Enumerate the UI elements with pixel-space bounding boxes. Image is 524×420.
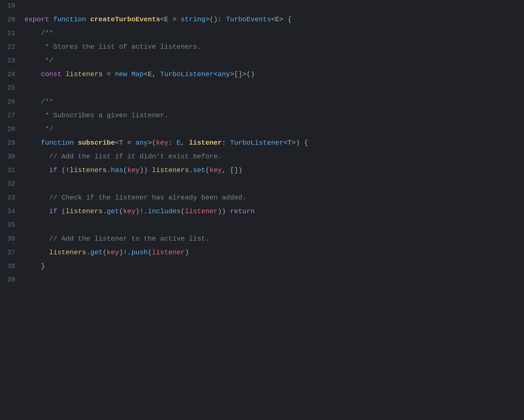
code-line-32: 32 <box>0 178 524 192</box>
line-number: 31 <box>0 165 22 176</box>
line-number: 24 <box>0 69 22 80</box>
line-number: 20 <box>0 14 22 25</box>
line-content: // Check if the listener has already bee… <box>22 192 524 203</box>
line-content: function subscribe<T = any>(key: E, list… <box>22 138 524 149</box>
line-content: // Add the listener to the active list. <box>22 233 524 245</box>
line-number: 30 <box>0 152 22 162</box>
code-line-26: 26 /** <box>0 96 524 110</box>
line-content: // Add the list if it didn't exist befor… <box>22 151 524 162</box>
code-line-38: 38 } <box>0 260 524 274</box>
line-content: if (!listeners.has(key)) listeners.set(k… <box>22 165 524 176</box>
line-number: 32 <box>0 179 22 189</box>
line-number: 34 <box>0 206 22 217</box>
code-line-23: 23 */ <box>0 55 524 69</box>
line-number: 21 <box>0 28 22 39</box>
line-number: 36 <box>0 234 22 244</box>
line-number: 39 <box>0 275 22 285</box>
line-number: 33 <box>0 193 22 203</box>
code-line-36: 36 // Add the listener to the active lis… <box>0 233 524 247</box>
line-content: /** <box>22 28 524 39</box>
line-number: 26 <box>0 97 22 107</box>
code-editor: 19 20 export function createTurboEvents<… <box>0 0 524 420</box>
line-number: 37 <box>0 247 22 258</box>
code-line-24: 24 const listeners = new Map<E, TurboLis… <box>0 69 524 82</box>
line-content: listeners.get(key)!.push(listener) <box>22 247 524 258</box>
line-number: 25 <box>0 83 22 93</box>
line-content: * Subscribes a given listener. <box>22 110 524 121</box>
line-number: 22 <box>0 42 22 52</box>
code-line-37: 37 listeners.get(key)!.push(listener) <box>0 247 524 260</box>
code-line-31: 31 if (!listeners.has(key)) listeners.se… <box>0 164 524 178</box>
line-number: 23 <box>0 56 22 66</box>
line-number: 35 <box>0 220 22 230</box>
code-line-25: 25 <box>0 82 524 96</box>
line-content: */ <box>22 124 524 135</box>
code-line-22: 22 * Stores the list of active listeners… <box>0 41 524 55</box>
code-line-30: 30 // Add the list if it didn't exist be… <box>0 151 524 164</box>
code-line-21: 21 /** <box>0 27 524 41</box>
line-content: } <box>22 261 524 272</box>
line-content: /** <box>22 96 524 107</box>
line-number: 27 <box>0 110 22 121</box>
line-content: */ <box>22 55 524 66</box>
line-content: if (listeners.get(key)!.includes(listene… <box>22 206 524 217</box>
line-number: 19 <box>0 0 22 11</box>
code-line-35: 35 <box>0 219 524 233</box>
line-number: 38 <box>0 261 22 272</box>
code-line-34: 34 if (listeners.get(key)!.includes(list… <box>0 206 524 219</box>
line-content: * Stores the list of active listeners. <box>22 42 524 53</box>
code-line-33: 33 // Check if the listener has already … <box>0 192 524 206</box>
code-line-19: 19 <box>0 0 524 14</box>
code-line-20: 20 export function createTurboEvents<E =… <box>0 14 524 27</box>
line-content: const listeners = new Map<E, TurboListen… <box>22 69 524 80</box>
code-line-28: 28 */ <box>0 123 524 137</box>
line-number: 28 <box>0 124 22 135</box>
code-line-39: 39 <box>0 274 524 288</box>
line-number: 29 <box>0 138 22 148</box>
code-line-27: 27 * Subscribes a given listener. <box>0 110 524 123</box>
code-line-29: 29 function subscribe<T = any>(key: E, l… <box>0 137 524 151</box>
line-content: export function createTurboEvents<E = st… <box>22 14 524 25</box>
